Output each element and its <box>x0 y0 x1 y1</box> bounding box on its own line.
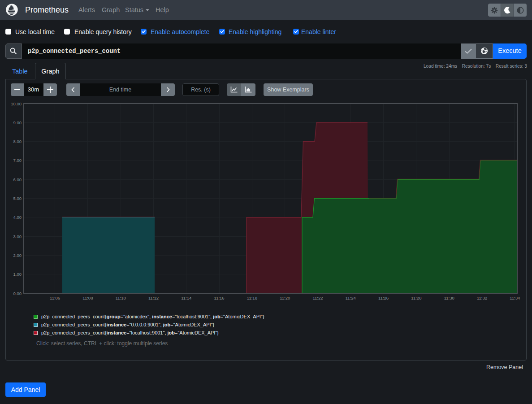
svg-text:2.00: 2.00 <box>13 253 22 258</box>
svg-text:11:08: 11:08 <box>82 295 93 300</box>
svg-text:11:10: 11:10 <box>116 295 126 300</box>
svg-text:3.00: 3.00 <box>13 234 22 239</box>
svg-text:6.00: 6.00 <box>13 177 22 182</box>
svg-text:11:24: 11:24 <box>346 295 356 300</box>
svg-text:8.00: 8.00 <box>13 139 22 144</box>
svg-text:11:22: 11:22 <box>312 295 323 300</box>
svg-text:10.00: 10.00 <box>11 101 22 106</box>
svg-text:0.00: 0.00 <box>13 291 22 296</box>
svg-text:1.00: 1.00 <box>13 272 22 277</box>
svg-text:11:30: 11:30 <box>444 295 454 300</box>
svg-text:11:12: 11:12 <box>148 295 159 300</box>
svg-text:7.00: 7.00 <box>13 158 22 163</box>
svg-text:11:20: 11:20 <box>280 295 290 300</box>
svg-text:4.00: 4.00 <box>13 215 22 220</box>
svg-text:11:16: 11:16 <box>214 295 225 300</box>
svg-text:5.00: 5.00 <box>13 196 22 201</box>
svg-text:11:06: 11:06 <box>50 295 60 300</box>
svg-text:11:28: 11:28 <box>411 295 421 300</box>
svg-text:9.00: 9.00 <box>13 120 22 125</box>
svg-text:11:34: 11:34 <box>510 295 520 300</box>
svg-text:11:32: 11:32 <box>477 295 487 300</box>
svg-text:11:18: 11:18 <box>247 295 257 300</box>
svg-text:11:26: 11:26 <box>378 295 389 300</box>
svg-text:11:14: 11:14 <box>181 295 191 300</box>
